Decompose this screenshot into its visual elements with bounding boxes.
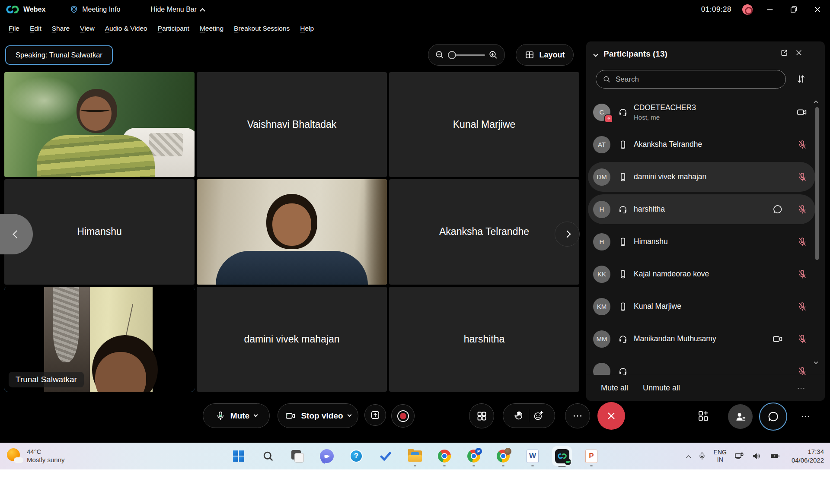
weather-widget[interactable]: 44°C Mostly sunny xyxy=(7,443,65,469)
minimize-button[interactable] xyxy=(763,3,776,16)
desktop-margin xyxy=(0,469,830,504)
participant-list-scrollbar[interactable] xyxy=(814,97,820,375)
menu-item-help[interactable]: Help xyxy=(295,19,319,38)
mute-options-chevron-icon[interactable] xyxy=(254,413,258,417)
participant-row-akanksha-telrandhe[interactable]: ATAkanksha Telrandhe xyxy=(586,128,825,161)
battery-icon[interactable] xyxy=(769,450,781,462)
zoom-slider[interactable] xyxy=(448,51,485,59)
end-meeting-button[interactable] xyxy=(597,402,625,430)
avatar: MM xyxy=(593,330,610,348)
clock-widget[interactable]: 17:34 04/06/2022 xyxy=(792,447,824,465)
search-input[interactable] xyxy=(616,75,779,84)
zoom-out-button[interactable] xyxy=(434,50,445,60)
apps-button[interactable] xyxy=(469,403,494,428)
taskbar-app-chrome[interactable] xyxy=(437,448,452,464)
record-button[interactable] xyxy=(391,404,415,428)
menu-item-breakout-sessions[interactable]: Breakout Sessions xyxy=(229,19,295,38)
participant-row-damini-vivek-mahajan[interactable]: DMdamini vivek mahajan xyxy=(586,161,825,193)
taskbar-app-webex[interactable] xyxy=(554,448,570,464)
taskbar-app-start[interactable] xyxy=(231,448,246,464)
taskbar-app-word[interactable]: W xyxy=(525,448,540,464)
taskbar-app-task-view[interactable] xyxy=(290,448,305,464)
menu-item-participant[interactable]: Participant xyxy=(153,19,195,38)
chat-panel-toggle[interactable] xyxy=(759,403,787,431)
participant-row-kunal-marjiwe[interactable]: KMKunal Marjiwe xyxy=(586,290,825,323)
share-content-button[interactable] xyxy=(364,404,386,426)
network-icon[interactable] xyxy=(734,451,744,461)
video-options-chevron-icon[interactable] xyxy=(347,413,351,417)
mic-muted-icon[interactable] xyxy=(797,204,808,215)
taskbar-app-chrome-profile-p[interactable]: P xyxy=(466,448,482,464)
participants-panel-toggle[interactable] xyxy=(728,404,753,429)
hidden-icons-chevron[interactable] xyxy=(687,452,690,460)
mic-muted-icon[interactable] xyxy=(797,334,808,344)
tray-microphone-icon[interactable] xyxy=(698,452,706,460)
add-panel-button[interactable] xyxy=(697,409,710,422)
participant-row-kajal-namdeorao-kove[interactable]: KKKajal namdeorao kove xyxy=(586,258,825,290)
zoom-in-button[interactable] xyxy=(488,50,498,60)
chat-icon[interactable] xyxy=(772,204,783,215)
hide-menu-bar-button[interactable]: Hide Menu Bar xyxy=(150,6,204,13)
raise-hand-button[interactable] xyxy=(514,410,525,422)
taskbar-app-chrome-profile-avatar[interactable] xyxy=(495,448,511,464)
participant-row-partial[interactable] xyxy=(586,355,825,375)
participant-row-cdoeteacher3[interactable]: CCDOETEACHER3Host, me xyxy=(586,96,825,128)
mute-button[interactable]: Mute xyxy=(203,403,270,428)
mic-muted-icon[interactable] xyxy=(797,172,808,182)
menu-item-file[interactable]: File xyxy=(3,19,25,38)
language-indicator[interactable]: ENG IN xyxy=(714,449,727,463)
video-tile-himanshu[interactable]: Himanshu xyxy=(4,179,195,284)
menu-item-view[interactable]: View xyxy=(75,19,100,38)
mic-muted-icon[interactable] xyxy=(797,366,808,375)
video-tile-damini-vivek-mahajan[interactable]: damini vivek mahajan xyxy=(197,287,387,392)
menu-item-meeting[interactable]: Meeting xyxy=(195,19,229,38)
taskbar-app-search[interactable] xyxy=(260,448,276,464)
stop-video-button[interactable]: Stop video xyxy=(278,403,358,428)
close-panel-button[interactable] xyxy=(795,48,803,57)
menu-item-share[interactable]: Share xyxy=(47,19,75,38)
panel-more-button[interactable] xyxy=(796,384,806,393)
mic-muted-icon[interactable] xyxy=(797,237,808,247)
microphone-icon xyxy=(215,411,226,421)
mute-all-button[interactable]: Mute all xyxy=(601,384,628,393)
video-tile-harshitha[interactable]: harshitha xyxy=(389,287,579,392)
more-panels-button[interactable] xyxy=(800,411,811,422)
video-tile-trunal-salwatkar[interactable]: Trunal Salwatkar xyxy=(4,287,195,392)
video-tile[interactable] xyxy=(4,72,195,177)
sort-participants-button[interactable] xyxy=(795,73,807,85)
scroll-up-icon[interactable] xyxy=(814,97,817,105)
more-options-button[interactable] xyxy=(565,403,590,428)
close-button[interactable] xyxy=(811,3,824,16)
meeting-info-button[interactable]: Meeting Info xyxy=(70,5,120,14)
taskbar-app-teams-chat[interactable] xyxy=(319,448,335,464)
scrollbar-thumb[interactable] xyxy=(815,107,819,260)
scroll-down-icon[interactable] xyxy=(814,358,817,365)
unmute-all-button[interactable]: Unmute all xyxy=(643,384,680,393)
taskbar-app-todo[interactable] xyxy=(378,448,393,464)
video-tile-kunal-marjiwe[interactable]: Kunal Marjiwe xyxy=(389,72,579,177)
mic-muted-icon[interactable] xyxy=(797,301,808,312)
participant-row-manikandan-muthusamy[interactable]: MMManikandan Muthusamy xyxy=(586,323,825,355)
participant-row-harshitha[interactable]: Hharshitha xyxy=(586,193,825,225)
participant-search[interactable] xyxy=(596,70,786,89)
emoji-reactions-button[interactable] xyxy=(533,410,544,422)
layout-button[interactable]: Layout xyxy=(516,44,574,66)
restore-button[interactable] xyxy=(787,3,800,16)
video-tile-vaishnavi-bhaltadak[interactable]: Vaishnavi Bhaltadak xyxy=(197,72,387,177)
menu-item-audio-video[interactable]: Audio & Video xyxy=(100,19,153,38)
next-page-arrow[interactable] xyxy=(555,222,580,247)
mic-muted-icon[interactable] xyxy=(797,269,808,279)
menu-item-edit[interactable]: Edit xyxy=(25,19,47,38)
taskbar-app-powerpoint[interactable]: P xyxy=(584,448,599,464)
taskbar-app-help[interactable]: ? xyxy=(348,448,364,464)
taskbar-app-file-explorer[interactable] xyxy=(407,448,423,464)
video-tile[interactable] xyxy=(197,179,387,284)
mic-muted-icon[interactable] xyxy=(797,139,808,150)
collapse-panel-button[interactable] xyxy=(594,50,597,58)
video-tile-akanksha-telrandhe[interactable]: Akanksha Telrandhe xyxy=(389,179,579,284)
pop-out-panel-button[interactable] xyxy=(780,48,788,57)
zoom-slider-handle[interactable] xyxy=(448,51,456,59)
powerpoint-icon: P xyxy=(585,450,597,463)
participant-row-himanshu[interactable]: HHimanshu xyxy=(586,225,825,258)
volume-icon[interactable] xyxy=(752,451,762,461)
